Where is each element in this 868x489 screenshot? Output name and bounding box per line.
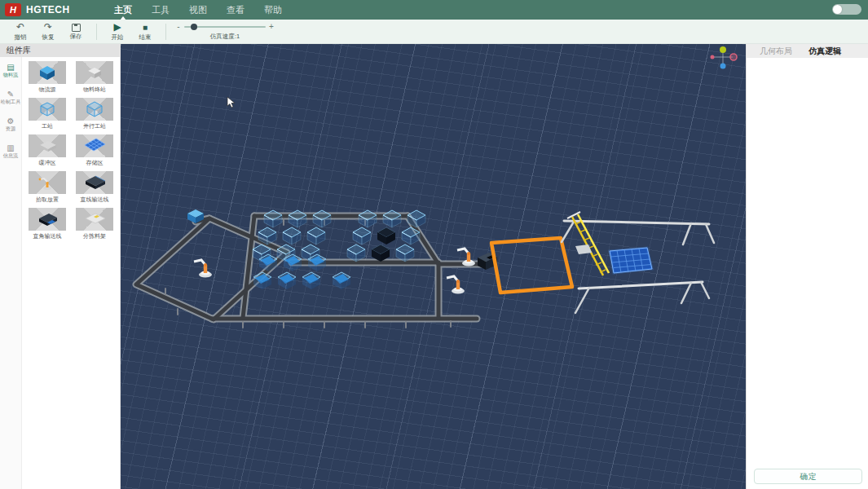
speed-increase-button[interactable]: +: [269, 22, 274, 31]
component-item-end-station[interactable]: 物料终站: [71, 61, 118, 94]
document-icon: ▥: [0, 143, 21, 152]
save-label: 保存: [62, 33, 90, 41]
gear-icon: ⚙: [0, 117, 21, 126]
axis-x-neg-icon[interactable]: [711, 55, 715, 59]
topbar-toggle[interactable]: [832, 4, 861, 15]
start-label: 开始: [104, 33, 131, 42]
robot-arm-icon: [29, 171, 66, 194]
pallet-grid[interactable]: [610, 248, 652, 273]
gray-station-icon: [76, 61, 113, 84]
storage-cube-cluster-a[interactable]: [253, 210, 331, 262]
tab-resources[interactable]: ⚙ 资源: [0, 111, 21, 138]
wireframe-cube-icon: [29, 98, 66, 121]
save-icon: [72, 24, 81, 32]
axis-z-icon[interactable]: [720, 64, 726, 69]
tab-simulation-logic[interactable]: 仿真逻辑: [802, 44, 848, 58]
toolbar-divider: [165, 24, 166, 40]
toolbar-divider: [96, 24, 97, 40]
stop-button[interactable]: ■ 结束: [131, 22, 159, 42]
sorting-rack-icon: [76, 208, 113, 231]
speed-decrease-button[interactable]: -: [176, 22, 181, 31]
gantry-platform: [575, 244, 592, 254]
component-item-parallel-workstation[interactable]: 并行工站: [71, 98, 118, 130]
menu-tools[interactable]: 工具: [152, 0, 170, 20]
toggle-knob-icon: [833, 5, 842, 14]
simulation-speed-control: - + 仿真速度:1: [176, 22, 274, 41]
component-item-source[interactable]: 物流源: [24, 61, 71, 94]
component-item-sorting-rack[interactable]: 分拣料架: [71, 208, 118, 240]
component-item-pick-place[interactable]: 拾取放置: [24, 171, 71, 204]
menu-inspect[interactable]: 查看: [227, 0, 245, 20]
app-window: H HGTECH 主页 工具 视图 查看 帮助 ↶ 撤销 ↷ 恢复 保存 ▶ 开…: [0, 0, 868, 489]
panel-tabs: 几何布局 仿真逻辑: [747, 44, 868, 58]
wireframe-cube-icon: [76, 98, 113, 121]
category-rail: ▤ 物料流 ✎ 绘制工具 ⚙ 资源 ▥ 信息流: [0, 57, 22, 489]
tab-drawing-tools[interactable]: ✎ 绘制工具: [0, 84, 21, 111]
dark-corner-conveyor-icon: [29, 208, 66, 231]
confirm-button[interactable]: 确定: [754, 469, 862, 484]
play-icon: ▶: [104, 22, 131, 33]
viewport-3d[interactable]: [121, 44, 746, 489]
speed-slider[interactable]: [184, 26, 266, 28]
menu-help[interactable]: 帮助: [264, 0, 282, 20]
stop-label: 结束: [131, 33, 159, 42]
component-library-panel: 组件库 ▤ 物料流 ✎ 绘制工具 ⚙ 资源 ▥ 信息流: [0, 44, 121, 489]
storage-cube-cluster-c[interactable]: [347, 210, 425, 262]
save-button[interactable]: 保存: [62, 23, 90, 41]
undo-button[interactable]: ↶ 撤销: [7, 22, 34, 42]
blue-box-icon: [29, 61, 66, 84]
component-item-corner-conveyor[interactable]: 直角输送线: [24, 208, 71, 240]
menu-home[interactable]: 主页: [114, 0, 132, 20]
material-flow-icon: ▤: [0, 63, 21, 72]
dark-conveyor-icon: [76, 171, 113, 194]
mouse-cursor: [227, 97, 235, 108]
tab-material-flow[interactable]: ▤ 物料流: [0, 57, 21, 84]
component-item-storage[interactable]: 存储区: [71, 134, 118, 167]
orange-cell-boundary[interactable]: [491, 238, 572, 293]
menu-view[interactable]: 视图: [189, 0, 207, 20]
toolbar: ↶ 撤销 ↷ 恢复 保存 ▶ 开始 ■ 结束 - + 仿真速度:1: [0, 20, 868, 44]
component-item-workstation[interactable]: 工站: [24, 98, 71, 130]
robot-arm-3[interactable]: [447, 276, 465, 294]
tab-geometry-layout[interactable]: 几何布局: [753, 44, 799, 58]
sidebar-title: 组件库: [0, 44, 120, 57]
stop-icon: ■: [131, 22, 159, 33]
brand-name: HGTECH: [26, 4, 70, 15]
properties-panel: 几何布局 仿真逻辑 确定: [746, 44, 868, 489]
tab-information-flow[interactable]: ▥ 信息流: [0, 138, 21, 165]
speed-value-label: 仿真速度:1: [176, 33, 274, 41]
undo-label: 撤销: [7, 33, 34, 42]
axis-gizmo[interactable]: [711, 46, 738, 69]
blue-grid-icon: [76, 134, 113, 157]
component-grid: 物流源 物料终站 工站 并行工站: [22, 57, 120, 489]
pen-icon: ✎: [0, 90, 21, 99]
topbar: H HGTECH 主页 工具 视图 查看 帮助: [0, 0, 868, 20]
gray-area-icon: [29, 134, 66, 157]
axis-x-icon[interactable]: [730, 54, 737, 60]
speed-slider-knob[interactable]: [191, 24, 197, 30]
hgtech-logo-icon: H: [5, 3, 21, 16]
start-button[interactable]: ▶ 开始: [104, 22, 131, 42]
axis-y-icon[interactable]: [720, 46, 726, 53]
redo-icon: ↷: [34, 22, 62, 33]
redo-button[interactable]: ↷ 恢复: [34, 22, 62, 42]
component-item-straight-conveyor[interactable]: 直线输送线: [71, 171, 118, 204]
robot-arm-1[interactable]: [194, 260, 212, 278]
main-menu: 主页 工具 视图 查看 帮助: [114, 0, 282, 20]
undo-icon: ↶: [7, 22, 34, 33]
brand: H HGTECH: [0, 3, 106, 16]
redo-label: 恢复: [34, 33, 62, 42]
component-item-buffer[interactable]: 缓冲区: [24, 134, 71, 167]
